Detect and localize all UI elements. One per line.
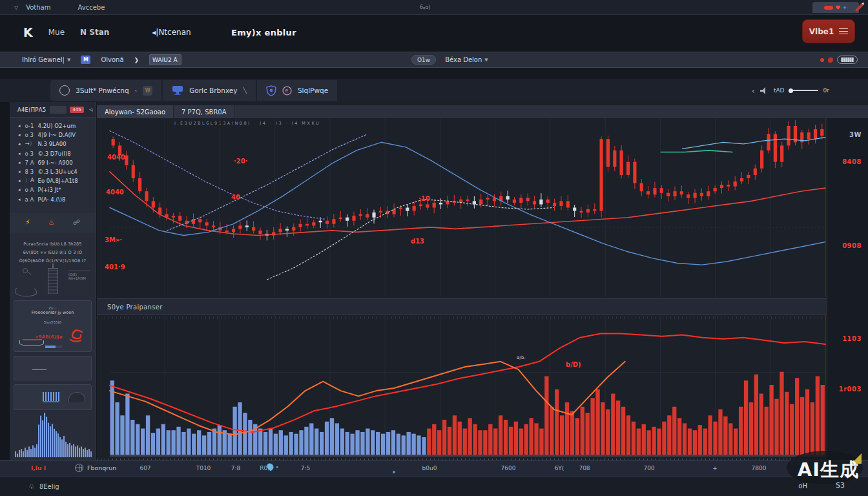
nav-item-2[interactable]: N Stan bbox=[80, 28, 109, 37]
speaker-icon[interactable] bbox=[760, 87, 769, 94]
barcode-card[interactable] bbox=[14, 384, 92, 410]
exchange-dropdown[interactable]: Béxa Delon ▼ bbox=[445, 56, 488, 63]
bullet-icon: ◂ bbox=[18, 141, 21, 147]
ribbon-group-2[interactable]: Gorlc Brbnxey ╲ bbox=[163, 80, 256, 101]
menu-item-2[interactable]: Avccebe bbox=[78, 4, 105, 11]
refresh-circle-icon: e bbox=[282, 86, 292, 96]
watermark-text: AI生成 bbox=[798, 457, 859, 483]
volume-chart[interactable] bbox=[97, 315, 827, 460]
axis-price-label: 1103 bbox=[842, 335, 862, 342]
titlebar: ▽ Votham Avccebe 6ᵩo) ♥ ✦ bbox=[0, 0, 868, 15]
time-axis-bar[interactable]: I,Iu I Fbonqrun 607T0107:8R0(7:5b0u07600… bbox=[0, 460, 868, 477]
pen-icon[interactable] bbox=[854, 3, 864, 12]
keyboard-button[interactable] bbox=[837, 56, 858, 64]
menu-item-1[interactable]: Votham bbox=[26, 4, 50, 11]
watchlist-item[interactable]: ◂o 3©.3 D7u(I)8 bbox=[10, 149, 96, 158]
period-dropdown-label: Ihlró Gewnel| bbox=[22, 56, 65, 63]
bullet-icon: ◂ bbox=[18, 151, 21, 156]
chart-tab-symbol[interactable]: Aloywan- S2Gaoao bbox=[97, 105, 174, 118]
open-label[interactable]: Olvonā bbox=[101, 56, 123, 63]
watermark-sub2: S3 bbox=[836, 481, 845, 490]
ribbon-item-2-label: Gorlc Brbnxey bbox=[189, 87, 237, 94]
ribbon-group-3[interactable]: e SlqlPwqe bbox=[257, 80, 337, 101]
titlebar-tray[interactable]: ♥ ✦ bbox=[812, 2, 859, 13]
trading-terminal-window: ▽ Votham Avccebe 6ᵩo) ♥ ✦ K Mue N Stan ◂… bbox=[0, 0, 868, 496]
monitor-icon bbox=[172, 85, 183, 96]
ribbon-group-1[interactable]: 3Sult* Pnwécnq ‹ W bbox=[50, 80, 161, 101]
network-status[interactable]: Fbonqrun bbox=[75, 464, 116, 472]
chevron-down-icon: ▼ bbox=[67, 57, 70, 63]
price-annotation: ·20· bbox=[234, 158, 248, 165]
time-axis-label: 708 bbox=[579, 465, 590, 471]
ribbon-item-1-label: 3Sult* Pnwécnq bbox=[76, 87, 129, 94]
status-label: 8Eelig bbox=[39, 483, 59, 490]
promo-line-2: Freeeeenldr jy ween bbox=[14, 310, 91, 315]
zoom-slider[interactable] bbox=[790, 90, 818, 91]
chevron-left-icon[interactable]: ‹ bbox=[135, 87, 138, 94]
collapse-chevron-icon[interactable]: ‹ bbox=[752, 86, 755, 96]
price-axis-gutter[interactable]: 3W8408090811031r003 bbox=[827, 118, 868, 460]
hamburger-icon bbox=[839, 28, 848, 35]
chevron-down-icon: ▼ bbox=[484, 57, 488, 63]
time-dot-icon bbox=[393, 471, 395, 473]
person-icon[interactable]: ☍ bbox=[73, 218, 80, 227]
price-annotation: 401·9 bbox=[105, 264, 125, 271]
time-axis-label: + bbox=[712, 465, 718, 471]
mini-progress-bar bbox=[45, 346, 62, 348]
nav-item-1[interactable]: Mue bbox=[48, 28, 65, 37]
badge-icon: W bbox=[143, 86, 152, 96]
titlebar-center-text: 6ᵩo) bbox=[420, 5, 430, 10]
chart-type-icon-button[interactable]: M bbox=[81, 56, 90, 64]
globe-icon bbox=[75, 464, 83, 472]
axis-price-label: 3W bbox=[849, 131, 862, 138]
sidebar-tab-watchlist[interactable]: A4Е(ПРА5 bbox=[17, 107, 46, 113]
zoom-slider-knob[interactable] bbox=[789, 88, 793, 93]
watchlist: ◂o-14.2U) O2+um◂o 34)9 I·~ D.A(IV◂→〉N.3 … bbox=[10, 118, 96, 204]
statusbar: ♧ 8Eelig bbox=[0, 477, 868, 496]
toolbar: Ihlró Gewnel| ▼ M Olvonā ❯ WAIU2 Ā O1w B… bbox=[0, 52, 868, 68]
nav-item-3[interactable]: ◂|Ntcenan bbox=[152, 28, 191, 37]
watchlist-item[interactable]: ◂o-14.2U) O2+um bbox=[10, 121, 96, 130]
magnifier-icon bbox=[23, 268, 28, 273]
chart-tab-code[interactable]: 7 P7Q, SBR0A bbox=[174, 105, 235, 118]
time-axis-label: 6Y( bbox=[555, 465, 564, 471]
main-price-pane[interactable]: I.E3U2BL6L913A/N08I · I4 · I3 · I4 MXKU … bbox=[97, 118, 827, 297]
watchlist-item[interactable]: ◂→〉N.3 9LA00 bbox=[10, 140, 96, 149]
time-axis-label: T010 bbox=[196, 465, 211, 471]
status-item[interactable]: ♧ 8Eelig bbox=[28, 482, 59, 491]
volume-pane[interactable]: α/b.b/D) bbox=[97, 315, 827, 460]
sidebar-tab-suffix: ·q bbox=[88, 107, 93, 112]
watchlist-item[interactable]: ◂o AP(+i3 Jt* bbox=[10, 185, 96, 194]
watermark-sub1: oH bbox=[798, 482, 807, 490]
left-gutter bbox=[0, 102, 10, 460]
primary-action-label: Vlbe1 bbox=[809, 27, 834, 36]
lightning-icon[interactable]: ⚡ bbox=[25, 218, 30, 227]
exchange-dropdown-label: Béxa Delon bbox=[445, 56, 482, 63]
center-pill-button[interactable]: O1w bbox=[411, 55, 436, 65]
candlestick-chart[interactable] bbox=[97, 118, 827, 297]
sidebar-info-text: Purae5ncia IbUò L8 3h285 6V(8Dt +v IEU3 … bbox=[10, 240, 96, 265]
time-axis-label: 7:8 bbox=[231, 465, 240, 471]
sidebar-illustration: (O(E) NS+1P(3M bbox=[14, 267, 92, 296]
ring-icon bbox=[59, 85, 70, 96]
period-dropdown[interactable]: Ihlró Gewnel| ▼ bbox=[22, 56, 70, 63]
play-icon[interactable]: ❯ bbox=[134, 57, 140, 63]
empty-card[interactable] bbox=[14, 356, 92, 380]
price-annotation: 4040 bbox=[107, 154, 125, 161]
app-menu-icon[interactable]: ▽ bbox=[14, 5, 18, 10]
watchlist-item[interactable]: ◂8 3©.3 L-3U+uc4 bbox=[10, 167, 96, 176]
handshake-illustration bbox=[15, 286, 37, 296]
primary-action-button[interactable]: Vlbe1 bbox=[802, 19, 855, 43]
watchlist-item[interactable]: ◂o 34)9 I·~ D.A(IV bbox=[10, 130, 96, 140]
symbol-input[interactable]: WAIU2 Ā bbox=[149, 54, 181, 65]
promo-card[interactable]: Zu··· Freeeeenldr jy ween 5ius555t8 +9AB… bbox=[14, 300, 92, 352]
watchlist-item[interactable]: ◂〉AEo 0A.8J+A1t8 bbox=[10, 176, 96, 185]
bullet-icon: ◂ bbox=[18, 132, 21, 138]
flame-icon[interactable]: ♨ bbox=[48, 218, 55, 227]
volume-annotation: α/b. bbox=[517, 355, 526, 360]
promo-line-3: 5ius555t8 bbox=[14, 320, 91, 324]
sidebar-tab-disabled[interactable] bbox=[50, 106, 67, 114]
watchlist-item[interactable]: ◂7 A69 I-~- A900 bbox=[10, 158, 96, 167]
bullet-icon: ◂ bbox=[18, 123, 21, 129]
watchlist-item[interactable]: ◂a AP(A- 4.(\)8 bbox=[10, 195, 96, 204]
